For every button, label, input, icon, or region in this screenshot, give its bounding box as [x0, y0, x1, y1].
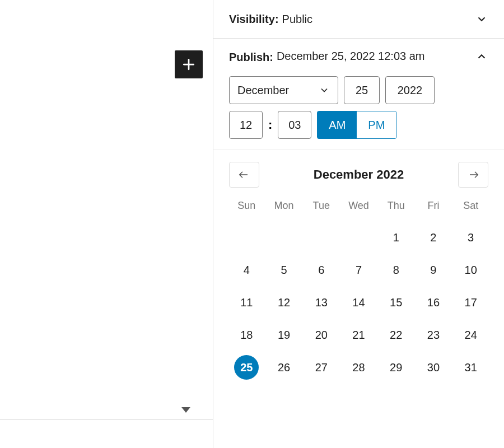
calendar-blank	[267, 225, 302, 250]
time-separator: :	[268, 118, 272, 132]
calendar-day[interactable]: 15	[379, 290, 414, 315]
calendar-day[interactable]: 8	[379, 258, 414, 282]
am-button[interactable]: AM	[318, 111, 357, 138]
calendar-blank	[229, 225, 264, 250]
weekday-header: Sat	[453, 195, 488, 217]
calendar-day[interactable]: 22	[379, 323, 414, 347]
calendar-grid: SunMonTueWedThuFriSat1234567891011121314…	[229, 195, 488, 380]
next-month-button[interactable]	[458, 162, 488, 188]
calendar-blank	[304, 225, 339, 250]
calendar: December 2022 SunMonTueWedThuFriSat12345…	[213, 150, 504, 392]
calendar-day[interactable]: 20	[304, 323, 339, 347]
publish-value: December 25, 2022 12:03 am	[277, 49, 425, 63]
weekday-header: Fri	[416, 195, 451, 217]
calendar-day[interactable]: 26	[267, 355, 302, 380]
calendar-day[interactable]: 2	[416, 225, 451, 250]
weekday-header: Mon	[267, 195, 302, 217]
calendar-day[interactable]: 6	[304, 258, 339, 282]
chevron-up-icon	[475, 50, 488, 63]
arrow-left-icon	[236, 169, 253, 180]
calendar-day[interactable]: 4	[229, 258, 264, 282]
calendar-day[interactable]: 31	[453, 355, 488, 380]
minute-input[interactable]: 03	[278, 111, 311, 139]
calendar-day[interactable]: 27	[304, 355, 339, 380]
calendar-day[interactable]: 23	[416, 323, 451, 347]
add-block-button[interactable]	[175, 50, 203, 78]
calendar-day[interactable]: 17	[453, 290, 488, 315]
calendar-day[interactable]: 30	[416, 355, 451, 380]
prev-month-button[interactable]	[229, 162, 259, 188]
month-select-value: December	[237, 84, 289, 97]
settings-sidebar: Visibility: Public Publish: December 25,…	[213, 0, 504, 448]
publish-label: Publish:	[229, 49, 273, 64]
calendar-day[interactable]: 9	[416, 258, 451, 282]
calendar-day[interactable]: 25	[234, 355, 259, 380]
calendar-day[interactable]: 1	[379, 225, 414, 250]
publish-row: Publish: December 25, 2022 12:03 am	[213, 39, 504, 69]
calendar-day[interactable]: 10	[453, 258, 488, 282]
day-input[interactable]: 25	[344, 76, 380, 104]
calendar-day[interactable]: 5	[267, 258, 302, 282]
chevron-down-icon	[319, 85, 330, 96]
datetime-fields: December 25 2022 12 : 03 AM PM	[213, 69, 504, 150]
weekday-header: Thu	[379, 195, 414, 217]
visibility-label: Visibility:	[229, 13, 279, 26]
calendar-day[interactable]: 18	[229, 323, 264, 347]
visibility-value: Public	[282, 13, 312, 26]
arrow-right-icon	[465, 169, 482, 180]
weekday-header: Sun	[229, 195, 264, 217]
month-select[interactable]: December	[229, 76, 338, 104]
ampm-toggle: AM PM	[317, 111, 396, 139]
calendar-day[interactable]: 29	[379, 355, 414, 380]
calendar-title: December 2022	[314, 167, 404, 182]
chevron-down-icon	[475, 13, 488, 25]
calendar-day[interactable]: 3	[453, 225, 488, 250]
hour-input[interactable]: 12	[229, 111, 263, 139]
calendar-day[interactable]: 21	[341, 323, 376, 347]
visibility-row[interactable]: Visibility: Public	[213, 0, 504, 39]
visibility-expand[interactable]	[475, 12, 488, 26]
calendar-day[interactable]: 24	[453, 323, 488, 347]
publish-collapse[interactable]	[475, 50, 488, 63]
weekday-header: Tue	[304, 195, 339, 217]
calendar-day[interactable]: 28	[341, 355, 376, 380]
panel-toggle-icon[interactable]	[181, 407, 190, 413]
calendar-day[interactable]: 16	[416, 290, 451, 315]
calendar-day[interactable]: 14	[341, 290, 376, 315]
weekday-header: Wed	[341, 195, 376, 217]
calendar-day[interactable]: 11	[229, 290, 264, 315]
year-input[interactable]: 2022	[385, 76, 435, 104]
calendar-day[interactable]: 13	[304, 290, 339, 315]
editor-canvas	[0, 0, 213, 420]
calendar-day[interactable]: 19	[267, 323, 302, 347]
calendar-day[interactable]: 7	[341, 258, 376, 282]
pm-button[interactable]: PM	[357, 111, 396, 138]
calendar-day[interactable]: 12	[267, 290, 302, 315]
plus-icon	[180, 56, 197, 73]
calendar-blank	[341, 225, 376, 250]
